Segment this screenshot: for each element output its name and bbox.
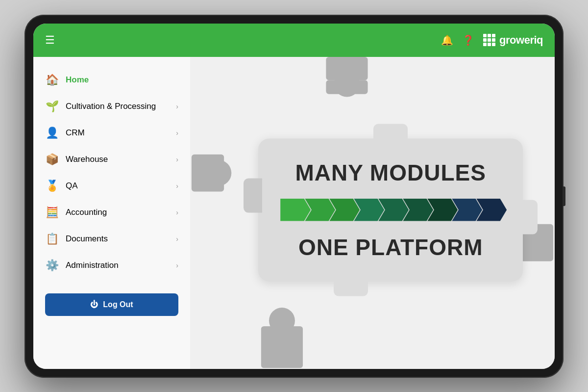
- tablet-screen: ☰ 🔔 ❓ groweriq 🏠: [33, 24, 555, 369]
- notifications-icon[interactable]: 🔔: [441, 34, 453, 46]
- chevron-administration-icon: ›: [176, 261, 178, 269]
- logout-label: Log Out: [103, 300, 133, 309]
- arrows-row: [286, 199, 495, 221]
- main-card-container: MANY MODULES ONE PLATFORM: [258, 138, 523, 281]
- puzzle-nub-bottom: [334, 277, 368, 296]
- chevron-crm-icon: ›: [176, 129, 178, 137]
- brand-name: groweriq: [499, 34, 543, 47]
- main-card: MANY MODULES ONE PLATFORM: [258, 138, 523, 281]
- sidebar-label-documents: Documents: [66, 234, 169, 244]
- sidebar-item-documents[interactable]: 📋 Documents ›: [33, 226, 190, 252]
- sidebar-item-warehouse[interactable]: 📦 Warehouse ›: [33, 146, 190, 173]
- chevron-documents-icon: ›: [176, 235, 178, 243]
- sidebar-label-qa: QA: [66, 181, 169, 191]
- sidebar-item-cultivation[interactable]: 🌱 Cultivation & Processing ›: [33, 93, 190, 120]
- brand-grid-icon: [483, 34, 495, 46]
- qa-icon: 🏅: [45, 180, 59, 192]
- sidebar-item-qa[interactable]: 🏅 QA ›: [33, 173, 190, 199]
- chevron-warehouse-icon: ›: [176, 156, 178, 163]
- warehouse-icon: 📦: [45, 153, 59, 166]
- chevron-qa-icon: ›: [176, 182, 178, 190]
- sidebar-item-home[interactable]: 🏠 Home: [33, 67, 190, 93]
- header-right: 🔔 ❓ groweriq: [441, 34, 543, 47]
- sidebar-label-home: Home: [66, 75, 178, 85]
- chevron-cultivation-icon: ›: [176, 103, 178, 110]
- card-line1: MANY MODULES: [286, 160, 495, 185]
- app-header: ☰ 🔔 ❓ groweriq: [33, 24, 555, 57]
- sidebar-label-cultivation: Cultivation & Processing: [66, 102, 169, 111]
- tablet-frame: ☰ 🔔 ❓ groweriq 🏠: [24, 15, 564, 378]
- sidebar: 🏠 Home 🌱 Cultivation & Processing › 👤 CR…: [33, 57, 190, 369]
- content-area: MANY MODULES ONE PLATFORM: [190, 57, 555, 369]
- chevron-accounting-icon: ›: [176, 209, 178, 216]
- sidebar-label-warehouse: Warehouse: [66, 155, 169, 164]
- main-content: 🏠 Home 🌱 Cultivation & Processing › 👤 CR…: [33, 57, 555, 369]
- sidebar-item-crm[interactable]: 👤 CRM ›: [33, 120, 190, 146]
- svg-point-2: [334, 71, 360, 97]
- logout-button[interactable]: ⏻ Log Out: [45, 293, 178, 316]
- sidebar-label-accounting: Accounting: [66, 208, 169, 217]
- puzzle-nub-right: [519, 200, 538, 234]
- svg-point-4: [205, 160, 231, 186]
- arrow-shape-0: [280, 199, 311, 221]
- svg-point-6: [269, 308, 295, 334]
- logout-icon: ⏻: [90, 300, 98, 309]
- administration-icon: ⚙️: [45, 259, 59, 272]
- help-icon[interactable]: ❓: [462, 34, 474, 46]
- accounting-icon: 🧮: [45, 206, 59, 219]
- puzzle-socket-left: [244, 179, 262, 213]
- sidebar-label-administration: Administration: [66, 261, 169, 270]
- card-line2: ONE PLATFORM: [286, 235, 495, 260]
- home-icon: 🏠: [45, 74, 59, 86]
- crm-icon: 👤: [45, 127, 59, 139]
- cultivation-icon: 🌱: [45, 100, 59, 113]
- hamburger-menu-icon[interactable]: ☰: [45, 34, 55, 47]
- brand-logo: groweriq: [483, 34, 543, 47]
- sidebar-item-administration[interactable]: ⚙️ Administration ›: [33, 252, 190, 279]
- sidebar-item-accounting[interactable]: 🧮 Accounting ›: [33, 199, 190, 226]
- documents-icon: 📋: [45, 233, 59, 245]
- puzzle-nub-top: [373, 124, 408, 142]
- sidebar-label-crm: CRM: [66, 128, 169, 138]
